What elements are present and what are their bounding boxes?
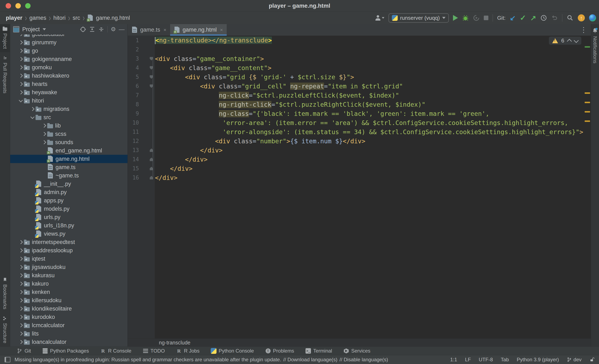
chevron-right-icon[interactable] [19,315,23,319]
toolwindow-button-terminal[interactable]: >_Terminal [305,348,332,354]
fold-gutter[interactable] [141,149,154,152]
tree-item-gomoku[interactable]: gomoku [10,63,127,71]
close-tab-icon[interactable]: × [163,27,166,33]
fold-gutter[interactable] [141,176,154,179]
git-update-button[interactable]: ↙ [510,14,516,21]
line-number[interactable]: 2 [128,46,141,53]
chevron-right-icon[interactable] [19,57,23,61]
hide-panel-icon[interactable]: — [119,27,124,32]
editor-tab-game-ts[interactable]: game.ts× [128,24,170,36]
tree-item-go[interactable]: go [10,47,127,55]
tree-item-views-py[interactable]: views.py [10,230,127,238]
tree-item-kenken[interactable]: kenken [10,288,127,296]
disable-languages-link[interactable]: // Disable language(s) [339,357,388,363]
tree-item-gcdcalculator[interactable]: gcdcalculator [10,35,127,38]
chevron-right-icon[interactable] [42,132,46,136]
tree-item-end-game-ng-html[interactable]: Hend_game.ng.html [10,146,127,155]
tree-item-src[interactable]: src [10,113,127,122]
chevron-right-icon[interactable] [19,90,23,94]
chevron-right-icon[interactable] [19,273,23,277]
run-configuration-select[interactable]: runserver (vuqq) [388,13,449,23]
search-icon[interactable] [567,14,574,21]
tree-item-ipaddresslookup[interactable]: ipaddresslookup [10,246,127,255]
tree-item-urls-i18n-py[interactable]: urls_i18n.py [10,221,127,230]
breadcrumb-item[interactable]: games [29,15,46,21]
chevron-right-icon[interactable] [19,323,23,327]
line-number[interactable]: 11 [128,129,141,135]
tree-item-models-py[interactable]: models.py [10,205,127,213]
history-icon[interactable] [540,15,547,21]
caret-position[interactable]: 1:1 [450,357,457,363]
tab-options-kebab-icon[interactable]: ⋮ [580,28,587,32]
project-view-dropdown[interactable] [43,28,46,30]
close-tab-icon[interactable]: × [220,27,223,33]
tree-item-scss[interactable]: scss [10,130,127,138]
line-number[interactable]: 6 [128,83,141,89]
toolwindow-button-r-console[interactable]: RR Console [100,348,131,354]
tree-item-ginrummy[interactable]: ginrummy [10,38,127,47]
tree-item-lib[interactable]: lib [10,122,127,130]
tree-item-jigsawsudoku[interactable]: jigsawsudoku [10,263,127,271]
line-number[interactable]: 3 [128,55,141,62]
editor-tab-game-ng-html[interactable]: Hgame.ng.html× [170,24,227,36]
fold-gutter[interactable] [141,84,154,88]
vcs-change-mark[interactable] [585,46,590,48]
tree-item-kakurasu[interactable]: kakurasu [10,271,127,280]
git-branch-widget[interactable]: dev [567,357,581,363]
toolwindow-tab-notifications[interactable]: Notifications [591,24,599,67]
line-number[interactable]: 10 [128,120,141,126]
chevron-right-icon[interactable] [19,265,23,269]
warning-stripe-mark[interactable] [585,111,590,113]
chevron-right-icon[interactable] [19,257,23,261]
chevron-right-icon[interactable] [19,49,23,53]
tree-item-kakuro[interactable]: kakuro [10,280,127,288]
debug-icon[interactable] [462,15,469,21]
tree-item-lits[interactable]: lits [10,329,127,338]
toolwindow-button-python-packages[interactable]: Python Packages [42,348,89,354]
tree-item-loancalculator[interactable]: loancalculator [10,338,127,346]
chevron-right-icon[interactable] [19,340,23,344]
toolwindow-button-todo[interactable]: TODO [143,348,165,354]
fold-gutter[interactable] [141,167,154,170]
warning-stripe-mark[interactable] [585,120,590,122]
chevron-right-icon[interactable] [19,74,23,78]
line-number[interactable]: 5 [128,74,141,80]
file-encoding[interactable]: UTF-8 [479,357,493,363]
download-languages-link[interactable]: // Download language(s) [283,357,337,363]
tree-item-lcmcalculator[interactable]: lcmcalculator [10,321,127,329]
chevron-right-icon[interactable] [42,124,46,128]
colorful-sphere-icon[interactable] [589,14,596,21]
tree-item-migrations[interactable]: migrations [10,105,127,113]
git-commit-button[interactable]: ✓ [520,14,526,22]
tree-item--init-py[interactable]: __init__.py [10,180,127,188]
breadcrumb-item[interactable]: hitori [53,15,66,21]
settings-gear-icon[interactable]: ⚙ [111,27,116,32]
indent-style[interactable]: Tab [501,357,509,363]
chevron-down-icon[interactable] [19,98,23,102]
fold-gutter[interactable] [141,57,154,61]
tree-item-hitori[interactable]: hitori [10,97,127,105]
fold-marker-icon[interactable] [150,167,153,170]
tree-item-klondikesolitaire[interactable]: klondikesolitaire [10,304,127,313]
warning-stripe-mark[interactable] [585,92,590,94]
fold-marker-icon[interactable] [150,75,153,79]
rollback-icon[interactable] [551,15,558,21]
chevron-right-icon[interactable] [19,240,23,244]
tree-item-iqtest[interactable]: iqtest [10,255,127,263]
chevron-right-icon[interactable] [19,35,23,36]
chevron-right-icon[interactable] [19,307,23,311]
unlocked-icon[interactable] [590,357,594,362]
line-separator[interactable]: LF [465,357,471,363]
warning-stripe-mark[interactable] [585,102,590,103]
stop-button[interactable] [484,16,488,20]
breadcrumb-file[interactable]: game.ng.html [96,15,130,21]
line-number[interactable]: 1 [128,37,141,44]
fold-gutter[interactable] [141,158,154,161]
collapse-all-icon[interactable] [98,26,104,32]
tree-item-sounds[interactable]: sounds [10,138,127,146]
toolwindow-button-problems[interactable]: !Problems [265,348,294,354]
breadcrumb-tag[interactable]: ng-transclude [159,340,190,346]
fold-marker-icon[interactable] [150,149,153,152]
line-number[interactable]: 7 [128,92,141,98]
line-number[interactable]: 8 [128,101,141,107]
